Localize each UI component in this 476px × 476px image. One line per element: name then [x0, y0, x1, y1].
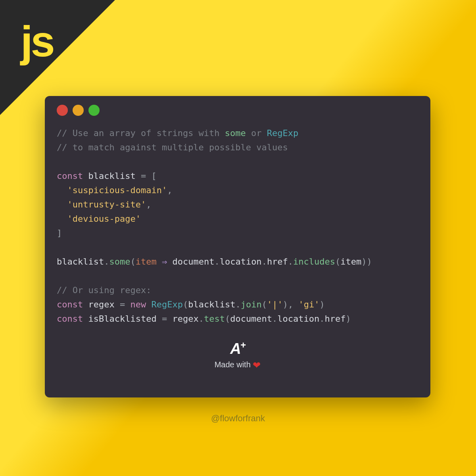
close-icon[interactable]	[57, 105, 68, 116]
comment-line: // Use an array of strings with	[57, 128, 225, 138]
code-token: ,	[167, 185, 172, 195]
comment-line: // Or using regex:	[57, 285, 151, 295]
code-token: [	[151, 171, 156, 181]
code-token: join	[241, 299, 262, 309]
code-token: item	[136, 257, 157, 267]
code-token: )	[283, 299, 288, 309]
code-token: const	[57, 299, 83, 309]
code-token: href	[267, 257, 288, 267]
code-token: item	[340, 257, 361, 267]
code-token: (	[262, 299, 267, 309]
code-token: blacklist	[88, 171, 135, 181]
code-token: RegExp	[267, 128, 298, 138]
code-token: .	[214, 257, 219, 267]
code-token: (	[130, 257, 135, 267]
code-token: document	[172, 257, 214, 267]
code-token: 'gi'	[298, 299, 319, 309]
minimize-icon[interactable]	[73, 105, 84, 116]
code-token: (	[183, 299, 188, 309]
code-token: ,	[146, 200, 151, 209]
code-block: // Use an array of strings with some or …	[57, 126, 418, 326]
code-token: location	[220, 257, 262, 267]
code-token: )	[319, 299, 324, 309]
window-controls	[57, 105, 418, 116]
code-token: .	[288, 257, 293, 267]
code-window: // Use an array of strings with some or …	[45, 96, 430, 397]
footer-credit: A+ Made with ❤	[57, 340, 418, 371]
code-token: .	[104, 257, 109, 267]
code-token: )	[346, 314, 351, 324]
logo-letter: A	[230, 340, 240, 357]
js-logo: js	[21, 16, 53, 66]
code-token: .	[262, 257, 267, 267]
code-token: isBlacklisted	[88, 314, 156, 324]
code-token: =	[115, 299, 131, 309]
code-token: 'suspicious-domain'	[67, 185, 167, 195]
code-token: ⇒	[157, 257, 173, 267]
code-token: 'untrusty-site'	[67, 200, 146, 209]
code-token: =	[136, 171, 152, 181]
made-with-text: Made with	[215, 360, 253, 369]
code-token: RegExp	[151, 299, 182, 309]
code-token: (	[225, 314, 230, 324]
code-token: .	[235, 299, 240, 309]
code-token: test	[204, 314, 225, 324]
code-token: (	[335, 257, 340, 267]
code-token: ]	[57, 228, 62, 238]
code-token: '|'	[267, 299, 283, 309]
code-token: location	[277, 314, 319, 324]
code-token: some	[225, 128, 246, 138]
author-handle: @flowforfrank	[0, 413, 476, 424]
code-token: .	[272, 314, 277, 324]
logo-plus: +	[240, 340, 245, 350]
a-plus-logo: A+	[230, 340, 245, 357]
code-token: document	[230, 314, 272, 324]
code-token: new	[130, 299, 146, 309]
code-token: .	[199, 314, 204, 324]
code-token: =	[157, 314, 173, 324]
code-token: blacklist	[188, 299, 235, 309]
heart-icon: ❤	[253, 360, 261, 370]
code-token: regex	[88, 299, 114, 309]
code-token: const	[57, 171, 83, 181]
code-token: 'devious-page'	[67, 214, 141, 224]
code-token: href	[325, 314, 346, 324]
code-token: some	[109, 257, 130, 267]
code-token: regex	[172, 314, 198, 324]
made-with-label: Made with ❤	[57, 360, 418, 371]
code-token: blacklist	[57, 257, 104, 267]
code-token: )	[361, 257, 367, 267]
code-token: .	[319, 314, 324, 324]
comment-line: // to match against multiple possible va…	[57, 142, 288, 152]
code-token: )	[367, 257, 372, 267]
code-token: ,	[288, 299, 293, 309]
code-token: or	[246, 128, 267, 138]
maximize-icon[interactable]	[88, 105, 100, 116]
code-token: const	[57, 314, 83, 324]
code-token: includes	[293, 257, 335, 267]
